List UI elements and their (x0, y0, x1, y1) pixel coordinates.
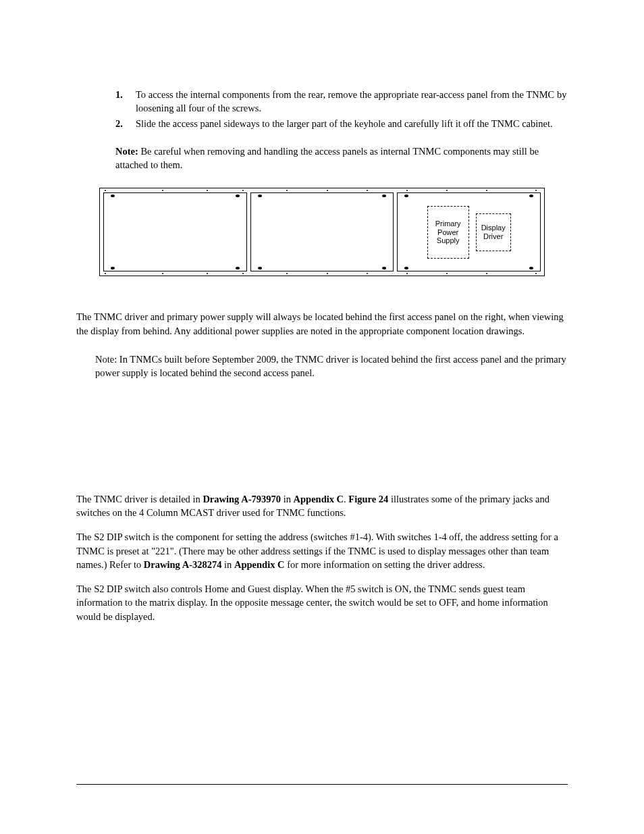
note-text: Be careful when removing and handling th… (115, 146, 539, 170)
list-text: To access the internal components from t… (136, 88, 568, 115)
list-text: Slide the access panel sideways to the l… (136, 117, 553, 130)
list-item: 1. To access the internal components fro… (115, 88, 568, 115)
primary-power-supply-label: Primary Power Supply (427, 206, 469, 259)
list-number: 1. (115, 88, 136, 115)
access-panel-components: Primary Power Supply Display Driver (397, 192, 541, 271)
steps-list: 1. To access the internal components fro… (115, 88, 568, 130)
figure-body: Primary Power Supply Display Driver (100, 192, 544, 271)
note-label: Note: (115, 146, 138, 157)
document-page: 1. To access the internal components fro… (0, 0, 644, 834)
drawing-ref: Drawing A-328274 (144, 559, 222, 570)
figure-ref: Figure 24 (348, 494, 388, 504)
body-paragraph: The TNMC driver and primary power supply… (76, 310, 568, 338)
body-paragraph: The TNMC driver is detailed in Drawing A… (76, 492, 568, 520)
figure-frame: Primary Power Supply Display Driver (99, 188, 545, 276)
note-paragraph: Note: Be careful when removing and handl… (115, 145, 568, 172)
drawing-ref: Drawing A-793970 (203, 494, 281, 504)
list-number: 2. (115, 117, 136, 130)
note-text: In TNMCs built before September 2009, th… (95, 354, 566, 378)
access-panel (103, 192, 247, 271)
rear-view-figure: Primary Power Supply Display Driver (99, 188, 545, 276)
page-footer-rule (76, 784, 568, 785)
note-label: Note: (95, 354, 117, 365)
figure-bottom-rail (100, 271, 544, 276)
access-panel (250, 192, 394, 271)
display-driver-label: Display Driver (476, 213, 511, 251)
note-paragraph: Note: In TNMCs built before September 20… (95, 353, 568, 380)
appendix-ref: Appendix C (294, 494, 344, 504)
list-item: 2. Slide the access panel sideways to th… (115, 117, 568, 130)
body-paragraph: The S2 DIP switch is the component for s… (76, 530, 568, 571)
body-paragraph: The S2 DIP switch also controls Home and… (76, 582, 568, 623)
appendix-ref: Appendix C (234, 559, 285, 570)
